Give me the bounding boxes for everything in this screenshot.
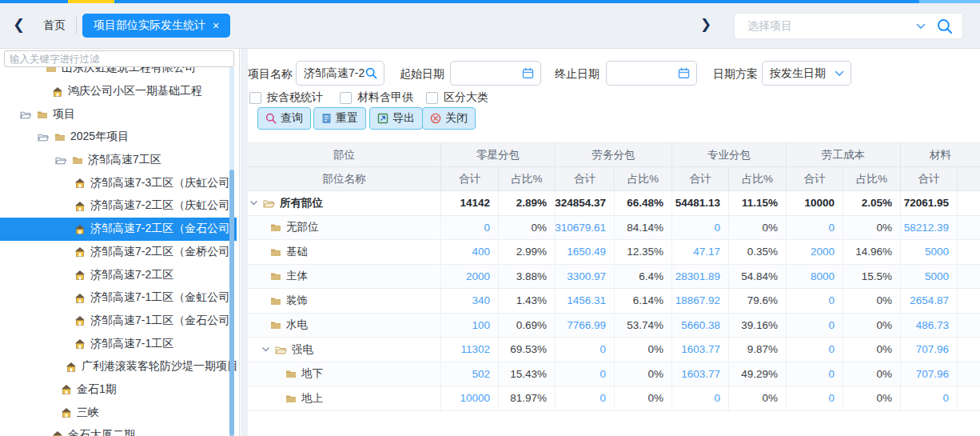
amount-cell[interactable]: 502 <box>441 362 499 386</box>
part-name-cell[interactable]: 所有部位 <box>248 191 441 215</box>
tree-item[interactable]: 鸿庆公司小区一期基础工程 <box>0 80 237 103</box>
part-name-cell[interactable]: 主体 <box>248 265 441 289</box>
tree-item[interactable]: 济邹高速7-2工区 <box>0 263 237 286</box>
part-name-cell[interactable]: 地下 <box>248 362 441 386</box>
end-date-input[interactable] <box>607 67 678 80</box>
amount-cell[interactable]: 5660.38 <box>672 314 729 338</box>
open-folder-expander-icon[interactable] <box>38 132 49 142</box>
tree-item[interactable]: 济邹高速7-2工区（庆虹公司 <box>0 194 237 218</box>
tab-active-statistics[interactable]: 项目部位实际发生统计 × <box>82 14 230 38</box>
project-name-field[interactable] <box>296 61 384 86</box>
tree-item[interactable]: 2025年项目 <box>0 126 237 149</box>
open-folder-expander-icon[interactable] <box>55 155 66 165</box>
amount-cell[interactable]: 11302 <box>441 338 499 362</box>
tree-item[interactable]: 济邹高速7工区 <box>0 149 237 172</box>
amount-cell[interactable]: 0 <box>787 216 843 240</box>
amount-cell[interactable]: 10000 <box>441 386 499 410</box>
back-chevron-icon[interactable]: ❮ <box>13 16 25 34</box>
checkbox-3[interactable]: 区分大类 <box>426 90 488 105</box>
part-name-cell[interactable]: 水电 <box>248 314 441 338</box>
open-folder-expander-icon[interactable] <box>20 110 31 119</box>
close-button[interactable]: 关闭 <box>422 107 476 130</box>
amount-cell[interactable]: 0 <box>787 362 843 386</box>
amount-cell[interactable]: 7766.99 <box>556 314 615 338</box>
part-name-cell[interactable]: 地上 <box>248 386 441 410</box>
amount-cell[interactable]: 400 <box>441 240 499 264</box>
caret-down-icon[interactable] <box>249 200 258 206</box>
tree-filter-input[interactable] <box>4 50 234 67</box>
part-name-cell[interactable]: 强电 <box>248 338 441 362</box>
amount-cell[interactable]: 0 <box>787 289 843 313</box>
amount-cell[interactable]: 5000 <box>901 265 958 289</box>
tree-item[interactable]: 项目 <box>0 102 237 126</box>
chevron-down-icon[interactable] <box>916 23 926 30</box>
amount-cell[interactable]: 340 <box>441 289 499 313</box>
checkbox-1[interactable]: 按含税统计 <box>249 90 323 105</box>
project-select[interactable]: 选择项目 <box>734 13 963 39</box>
amount-cell[interactable]: 58212.39 <box>901 216 958 240</box>
amount-cell[interactable]: 0 <box>556 362 615 386</box>
part-name-cell[interactable]: 基础 <box>248 240 441 264</box>
tree-item[interactable]: 金石大厦二期 <box>0 424 237 436</box>
tree-item[interactable]: 济邹高速7-1工区 <box>0 332 237 355</box>
caret-down-icon[interactable] <box>261 346 270 352</box>
reset-button[interactable]: 重置 <box>313 107 366 130</box>
start-date-input[interactable] <box>451 67 522 80</box>
checkbox-box[interactable] <box>249 92 261 104</box>
amount-cell[interactable]: 707.96 <box>901 338 958 362</box>
tree-item[interactable]: 济邹高速7-1工区（金虹公司 <box>0 286 237 310</box>
tab-close-icon[interactable]: × <box>213 19 219 32</box>
part-name-cell[interactable]: 装饰 <box>248 289 441 313</box>
checkbox-box[interactable] <box>426 92 438 104</box>
amount-cell[interactable]: 0 <box>787 314 843 338</box>
start-date-field[interactable] <box>450 61 541 86</box>
amount-cell[interactable]: 2000 <box>787 240 843 264</box>
amount-cell[interactable]: 5000 <box>901 240 958 264</box>
tree-item[interactable]: 金石1期 <box>0 378 237 402</box>
part-name-cell[interactable]: 无部位 <box>248 216 441 240</box>
calendar-icon[interactable] <box>522 67 534 79</box>
calendar-icon[interactable] <box>678 67 690 79</box>
project-name-input[interactable] <box>297 67 365 80</box>
sidebar-scrollbar-thumb[interactable] <box>229 170 234 436</box>
amount-cell[interactable]: 1603.77 <box>672 338 729 362</box>
amount-cell[interactable]: 310679.61 <box>556 216 615 240</box>
tab-home[interactable]: 首页 <box>43 18 66 33</box>
tree-item[interactable]: 广利港滚装客轮防沙堤一期项目 <box>0 355 237 378</box>
amount-cell[interactable]: 0 <box>441 216 499 240</box>
amount-cell[interactable]: 2654.87 <box>901 289 958 313</box>
amount-cell[interactable]: 100 <box>441 314 499 338</box>
amount-cell[interactable]: 1603.77 <box>672 362 729 386</box>
chevron-down-icon[interactable] <box>835 70 844 77</box>
search-icon[interactable] <box>937 18 953 34</box>
search-icon[interactable] <box>365 67 377 79</box>
amount-cell[interactable]: 0 <box>672 386 729 410</box>
amount-cell[interactable]: 0 <box>556 386 615 410</box>
amount-cell[interactable]: 0 <box>787 386 843 410</box>
query-button[interactable]: 查询 <box>257 107 311 130</box>
amount-cell[interactable]: 1456.31 <box>556 289 615 313</box>
amount-cell[interactable]: 0 <box>787 338 843 362</box>
amount-cell[interactable]: 0 <box>556 338 615 362</box>
amount-cell[interactable]: 1650.49 <box>556 240 615 264</box>
amount-cell[interactable]: 0 <box>901 386 958 410</box>
amount-cell[interactable]: 28301.89 <box>672 265 729 289</box>
tree-item[interactable]: 济邹高速7-2工区（金桥公司 <box>0 241 237 264</box>
date-plan-select[interactable]: 按发生日期 <box>762 61 851 86</box>
amount-cell[interactable]: 18867.92 <box>672 289 729 313</box>
checkbox-2[interactable]: 材料含甲供 <box>340 90 413 105</box>
amount-cell[interactable]: 707.96 <box>901 362 958 386</box>
amount-cell[interactable]: 486.73 <box>901 314 958 338</box>
tree-item[interactable]: 济邹高速7-3工区（庆虹公司 <box>0 171 237 194</box>
tree-item[interactable]: 三峡 <box>0 401 237 424</box>
end-date-field[interactable] <box>606 61 697 86</box>
amount-cell[interactable]: 2000 <box>441 265 499 289</box>
amount-cell[interactable]: 0 <box>672 216 729 240</box>
amount-cell[interactable]: 3300.97 <box>556 265 615 289</box>
checkbox-box[interactable] <box>340 92 352 104</box>
amount-cell[interactable]: 47.17 <box>672 240 729 264</box>
tree-item[interactable]: 济邹高速7-1工区（金石公司 <box>0 310 237 333</box>
amount-cell[interactable]: 8000 <box>787 265 843 289</box>
tree-item[interactable]: 济邹高速7-2工区（金石公司 <box>0 218 237 241</box>
forward-chevron-icon[interactable]: ❯ <box>700 16 711 33</box>
